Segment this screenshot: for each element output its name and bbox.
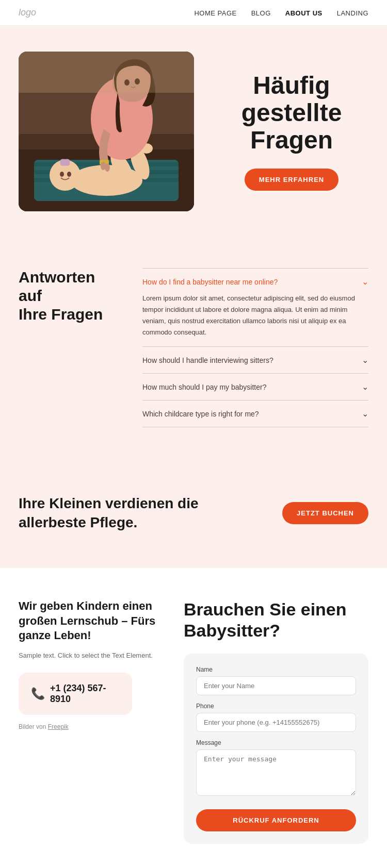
cta-section: Ihre Kleinen verdienen die allerbeste Pf… (0, 458, 387, 568)
name-label: Name (196, 666, 356, 673)
phone-label: Phone (196, 703, 356, 710)
svg-point-11 (60, 172, 64, 177)
phone-card: 📞 +1 (234) 567-8910 (19, 673, 132, 715)
chevron-down-icon-2: ⌄ (362, 355, 368, 365)
message-input[interactable] (196, 749, 356, 796)
contact-section: Wir geben Kindern einen großen Lernschub… (0, 568, 387, 868)
name-input[interactable] (196, 676, 356, 695)
faq-question-row-3[interactable]: How much should I pay my babysitter? ⌄ (142, 382, 368, 392)
faq-question-1: How do I find a babysitter near me onlin… (142, 278, 278, 286)
faq-section: Antworten auf Ihre Fragen How do I find … (0, 237, 387, 458)
phone-field-group: Phone (196, 703, 356, 732)
faq-question-2: How should I handle interviewing sitters… (142, 356, 273, 364)
faq-question-row-2[interactable]: How should I handle interviewing sitters… (142, 355, 368, 365)
contact-left-title: Wir geben Kindern einen großen Lernschub… (19, 599, 163, 643)
submit-button[interactable]: RÜCKRUF ANFORDERN (196, 809, 356, 831)
svg-rect-24 (19, 52, 194, 93)
faq-left: Antworten auf Ihre Fragen (19, 268, 122, 427)
phone-input[interactable] (196, 713, 356, 732)
faq-item-3: How much should I pay my babysitter? ⌄ (142, 374, 368, 400)
chevron-down-icon-3: ⌄ (362, 382, 368, 392)
logo: logo (19, 7, 36, 18)
phone-number: +1 (234) 567-8910 (50, 683, 120, 705)
svg-point-23 (105, 163, 110, 172)
faq-answer-1: Lorem ipsum dolor sit amet, consectetur … (142, 293, 368, 338)
nav-links: HOME PAGE BLOG ABOUT US LANDING (194, 8, 368, 18)
faq-item-4: Which childcare type is right for me? ⌄ (142, 400, 368, 427)
nav-item-home[interactable]: HOME PAGE (194, 8, 236, 18)
hero-illustration (19, 52, 194, 211)
svg-point-12 (67, 172, 71, 177)
contact-sample-text: Sample text. Click to select the Text El… (19, 650, 163, 661)
mehr-erfahren-button[interactable]: MEHR ERFAHREN (245, 169, 338, 191)
freepik-link[interactable]: Freepik (48, 723, 69, 730)
hero-text: Häufig gestellte Fragen MEHR ERFAHREN (215, 72, 368, 190)
faq-question-row-4[interactable]: Which childcare type is right for me? ⌄ (142, 409, 368, 419)
contact-left: Wir geben Kindern einen großen Lernschub… (19, 599, 163, 844)
navbar: logo HOME PAGE BLOG ABOUT US LANDING (0, 0, 387, 26)
jetzt-buchen-button[interactable]: JETZT BUCHEN (282, 502, 368, 524)
message-label: Message (196, 739, 356, 746)
contact-form-title: Brauchen Sie einen Babysitter? (184, 599, 368, 641)
hero-image (19, 52, 194, 211)
contact-form-card: Name Phone Message RÜCKRUF ANFORDERN (184, 654, 368, 844)
hero-section: Häufig gestellte Fragen MEHR ERFAHREN (0, 26, 387, 237)
nav-item-about[interactable]: ABOUT US (285, 8, 322, 18)
name-field-group: Name (196, 666, 356, 695)
faq-right: How do I find a babysitter near me onlin… (142, 268, 368, 427)
phone-icon: 📞 (31, 687, 45, 700)
faq-item-2: How should I handle interviewing sitters… (142, 347, 368, 374)
faq-item-1: How do I find a babysitter near me onlin… (142, 268, 368, 347)
contact-right: Brauchen Sie einen Babysitter? Name Phon… (184, 599, 368, 844)
freepik-credit: Bilder von Freepik (19, 723, 163, 730)
faq-question-3: How much should I pay my babysitter? (142, 383, 266, 391)
faq-question-4: Which childcare type is right for me? (142, 410, 259, 418)
faq-question-row-1[interactable]: How do I find a babysitter near me onlin… (142, 277, 368, 287)
faq-section-title: Antworten auf Ihre Fragen (19, 268, 122, 324)
nav-item-blog[interactable]: BLOG (251, 8, 271, 18)
nav-item-landing[interactable]: LANDING (337, 8, 368, 18)
chevron-down-icon-4: ⌄ (362, 409, 368, 419)
message-field-group: Message (196, 739, 356, 798)
chevron-up-icon-1: ⌄ (362, 277, 368, 287)
cta-title: Ihre Kleinen verdienen die allerbeste Pf… (19, 494, 199, 532)
hero-title: Häufig gestellte Fragen (215, 72, 368, 154)
